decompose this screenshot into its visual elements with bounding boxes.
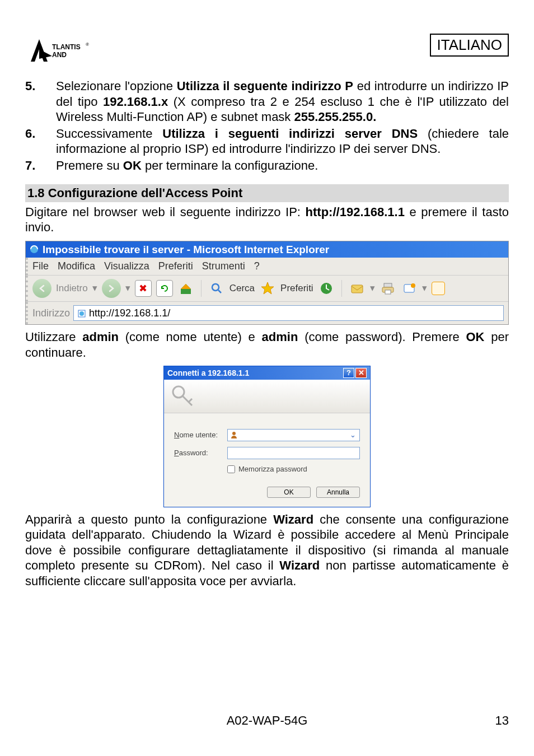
- password-label: Password:: [174, 449, 227, 458]
- refresh-button[interactable]: [156, 280, 173, 297]
- list-item: 6.Successivamente Utilizza i seguenti in…: [25, 126, 509, 157]
- intro-paragraph-2: Utilizzare admin (come nome utente) e ad…: [25, 329, 509, 360]
- remember-row: Memorizza password: [227, 465, 360, 474]
- svg-point-12: [411, 283, 415, 288]
- home-button[interactable]: [177, 280, 194, 297]
- toolbar-separator: [201, 280, 202, 297]
- login-body: Nome utente: ⌄ Password: Memorizza passw…: [164, 413, 370, 506]
- footer-page-number: 13: [495, 713, 509, 729]
- ie-icon: [29, 244, 39, 254]
- stop-button[interactable]: ✖: [135, 280, 152, 297]
- svg-point-14: [79, 311, 84, 316]
- address-value: http://192.168.1.1/: [89, 307, 170, 319]
- ie-title-bar: Impossibile trovare il server - Microsof…: [26, 241, 508, 258]
- edit-dropdown-icon: ▾: [422, 282, 427, 294]
- forward-dropdown-icon: ▾: [125, 282, 130, 294]
- back-button[interactable]: [32, 279, 51, 298]
- list-body: Successivamente Utilizza i seguenti indi…: [56, 126, 509, 157]
- list-item: 7.Premere su OK per terminare la configu…: [25, 158, 509, 174]
- atlantis-logo: TLANTIS ® AND: [25, 34, 92, 67]
- address-field[interactable]: http://192.168.1.1/: [73, 305, 504, 321]
- help-button[interactable]: ?: [343, 368, 354, 378]
- svg-rect-8: [384, 283, 392, 287]
- section-heading: 1.8 Configurazione dell'Access Point: [25, 184, 509, 202]
- back-label: Indietro: [56, 282, 88, 294]
- history-icon[interactable]: [318, 280, 335, 297]
- toolbar-separator-2: [341, 280, 342, 297]
- svg-line-17: [189, 399, 192, 402]
- chevron-down-icon[interactable]: ⌄: [348, 431, 357, 440]
- ie-toolbar: Indietro ▾ ▾ ✖ Cerca Preferiti ▾: [26, 276, 508, 302]
- svg-point-4: [212, 284, 219, 291]
- page-header: TLANTIS ® AND ITALIANO: [25, 34, 509, 67]
- ie-window-title: Impossibile trovare il server - Microsof…: [43, 243, 329, 256]
- list-number: 7.: [25, 158, 56, 174]
- cancel-button[interactable]: Annulla: [316, 487, 360, 498]
- list-number: 5.: [25, 78, 56, 125]
- ie-menu-bar: FileModificaVisualizzaPreferitiStrumenti…: [26, 258, 508, 276]
- password-row: Password:: [174, 447, 360, 459]
- svg-rect-10: [385, 290, 391, 294]
- menu-item[interactable]: ?: [254, 260, 260, 272]
- login-dialog-wrap: Connetti a 192.168.1.1 ? ✕ Nome utente: …: [25, 366, 509, 507]
- remember-label: Memorizza password: [238, 465, 307, 474]
- menu-item[interactable]: Preferiti: [158, 260, 193, 272]
- search-icon[interactable]: [208, 280, 225, 297]
- login-title-bar: Connetti a 192.168.1.1 ? ✕: [164, 366, 370, 380]
- favorites-icon[interactable]: [259, 280, 276, 297]
- menu-item[interactable]: Strumenti: [202, 260, 245, 272]
- svg-rect-7: [352, 285, 363, 293]
- edit-icon[interactable]: [401, 280, 418, 297]
- username-input[interactable]: ⌄: [227, 429, 360, 441]
- menu-item[interactable]: Visualizza: [104, 260, 149, 272]
- address-label: Indirizzo: [32, 307, 70, 320]
- page-footer: A02-WAP-54G 13: [0, 713, 534, 729]
- list-number: 6.: [25, 126, 56, 157]
- login-header-graphic: [164, 380, 370, 413]
- close-button[interactable]: ✕: [355, 368, 367, 378]
- svg-point-18: [232, 432, 236, 435]
- steps-list: 5.Selezionare l'opzione Utilizza il segu…: [25, 78, 509, 173]
- extra-button[interactable]: [432, 282, 445, 295]
- svg-text:TLANTIS: TLANTIS: [52, 43, 81, 51]
- svg-text:AND: AND: [52, 51, 67, 59]
- login-dialog: Connetti a 192.168.1.1 ? ✕ Nome utente: …: [163, 366, 371, 507]
- favorites-label: Preferiti: [280, 282, 313, 294]
- list-body: Selezionare l'opzione Utilizza il seguen…: [56, 78, 509, 125]
- user-icon: [230, 431, 238, 439]
- forward-button[interactable]: [102, 279, 121, 298]
- username-label: Nome utente:: [174, 431, 227, 440]
- address-bar: Indirizzo http://192.168.1.1/: [26, 302, 508, 325]
- login-button-row: OK Annulla: [174, 487, 360, 498]
- login-title-text: Connetti a 192.168.1.1: [167, 368, 249, 379]
- list-body: Premere su OK per terminare la configura…: [56, 158, 509, 174]
- back-dropdown-icon: ▾: [92, 282, 97, 294]
- svg-line-5: [218, 290, 221, 293]
- menu-item[interactable]: File: [32, 260, 49, 272]
- print-icon[interactable]: [380, 280, 396, 297]
- password-input[interactable]: [227, 447, 360, 459]
- list-item: 5.Selezionare l'opzione Utilizza il segu…: [25, 78, 509, 125]
- footer-model: A02-WAP-54G: [227, 713, 308, 727]
- intro-paragraph-3: Apparirà a questo punto la configurazion…: [25, 512, 509, 589]
- ok-button[interactable]: OK: [267, 487, 311, 498]
- mail-dropdown-icon: ▾: [370, 282, 375, 294]
- username-row: Nome utente: ⌄: [174, 429, 360, 441]
- remember-checkbox[interactable]: [227, 465, 235, 473]
- ie-browser-window: Impossibile trovare il server - Microsof…: [25, 241, 509, 325]
- mail-icon[interactable]: [349, 280, 366, 297]
- svg-text:®: ®: [86, 42, 89, 47]
- menu-item[interactable]: Modifica: [58, 260, 95, 272]
- language-indicator: ITALIANO: [430, 34, 509, 57]
- intro-paragraph-1: Digitare nel browser web il seguente ind…: [25, 204, 509, 235]
- search-label: Cerca: [229, 282, 255, 294]
